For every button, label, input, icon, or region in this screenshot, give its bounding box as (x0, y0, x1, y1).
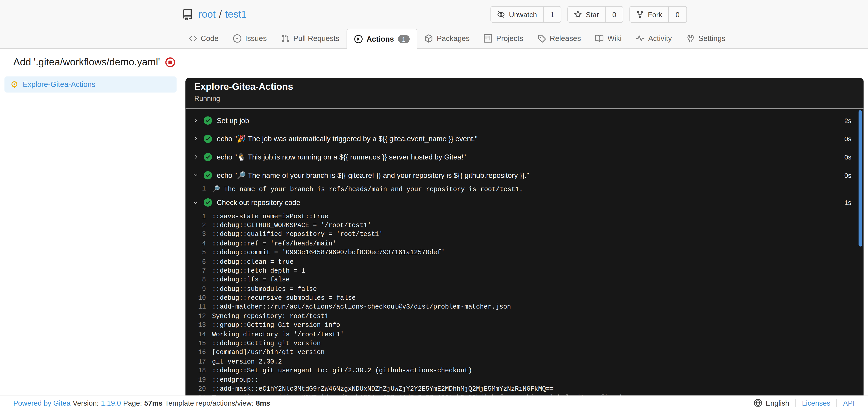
template-time-value: 8ms (256, 399, 270, 407)
log-line-number: 13 (185, 321, 206, 329)
log-line: 10::debug::recursive submodules = false (185, 294, 864, 303)
step-row[interactable]: Check out repository code1s (185, 194, 864, 212)
log-line-text: ::add-matcher::/run/act/actions/actions-… (212, 303, 511, 311)
button-main[interactable]: Fork (630, 6, 669, 22)
repo-icon (181, 8, 193, 20)
repo-owner-link[interactable]: root (198, 8, 216, 20)
log-line-number: 4 (185, 240, 206, 247)
job-title: Explore-Gitea-Actions (194, 81, 855, 93)
tab-pull-requests[interactable]: Pull Requests (274, 29, 347, 48)
repo-action-buttons: Unwatch1Star0Fork0 (491, 6, 687, 23)
log-line: 2::debug::GITHUB_WORKSPACE = '/root/test… (185, 221, 864, 230)
job-link[interactable]: Explore-Gitea-Actions (23, 80, 95, 89)
step-duration: 0s (844, 172, 851, 179)
button-main[interactable]: Star (568, 6, 605, 22)
log-line-text: Working directory is '/root/test1' (212, 330, 344, 338)
tab-actions[interactable]: Actions1 (346, 29, 417, 49)
log-line-number: 6 (185, 258, 206, 266)
star-button[interactable]: Star0 (567, 6, 624, 23)
page-time-label: Page: (123, 399, 142, 407)
fork-button[interactable]: Fork0 (629, 6, 687, 23)
log-line: 8::debug::lfs = false (185, 275, 864, 284)
version-link[interactable]: 1.19.0 (101, 399, 121, 407)
powered-by-link[interactable]: Powered by Gitea (13, 399, 70, 407)
log-line: 19::endgroup:: (185, 375, 864, 384)
log-scrollbar-thumb[interactable] (859, 110, 862, 246)
tab-packages[interactable]: Packages (417, 29, 477, 48)
log-line: 9::debug::submodules = false (185, 285, 864, 294)
chevron-right-icon (193, 136, 198, 142)
log-line-text: ::save-state name=isPost::true (212, 212, 329, 220)
tab-label: Code (201, 34, 219, 43)
tab-label: Wiki (608, 34, 621, 43)
log-line-text: ::debug::Set git useragent to: git/2.30.… (212, 367, 472, 375)
log-line: 5::debug::commit = '0993c16458796907bcf8… (185, 248, 864, 257)
log-line-text: ::debug::commit = '0993c16458796907bcf83… (212, 249, 445, 257)
step-duration: 2s (844, 117, 851, 124)
book-icon (595, 34, 604, 43)
eye-slash-icon (497, 11, 505, 18)
log-line-number: 7 (185, 267, 206, 274)
log-line: 18::debug::Set git useragent to: git/2.3… (185, 366, 864, 375)
language-selector[interactable]: English (766, 399, 789, 407)
job-log-panel: Explore-Gitea-Actions Running Set up job… (185, 78, 864, 396)
log-line-text: ::debug::Getting git version (212, 340, 321, 347)
check-circle-icon (204, 171, 212, 180)
button-main[interactable]: Unwatch (491, 6, 543, 22)
log-line: 21Temporarily overriding HOME='/tmp/8eab… (185, 393, 864, 396)
play-circle-icon (354, 35, 363, 43)
job-item-explore-gitea-actions[interactable]: Explore-Gitea-Actions (4, 77, 177, 92)
tab-badge: 1 (398, 35, 410, 43)
step-row[interactable]: echo "🎉 The job was automatically trigge… (185, 129, 864, 148)
tab-label: Releases (550, 34, 581, 43)
button-label: Unwatch (509, 10, 537, 19)
step-title: echo "🐧 This job is now running on a ${{… (217, 153, 844, 161)
api-link[interactable]: API (843, 399, 855, 407)
log-line-text: ::debug::submodules = false (212, 285, 317, 293)
log-line: 13::group::Getting Git version info (185, 321, 864, 330)
step-row[interactable]: echo "🐧 This job is now running on a ${{… (185, 148, 864, 166)
tab-activity[interactable]: Activity (629, 29, 679, 48)
step-title: echo "🔎 The name of your branch is ${{ g… (217, 171, 844, 180)
unwatch-count[interactable]: 1 (543, 6, 561, 22)
log-line-number: 12 (185, 313, 206, 320)
star-count[interactable]: 0 (605, 6, 623, 22)
tab-wiki[interactable]: Wiki (588, 29, 629, 48)
step-row[interactable]: echo "🔎 The name of your branch is ${{ g… (185, 166, 864, 184)
log-line-text: ::debug::ref = 'refs/heads/main' (212, 240, 336, 247)
tab-releases[interactable]: Releases (530, 29, 588, 48)
tab-issues[interactable]: Issues (226, 29, 274, 48)
check-circle-icon (204, 135, 212, 143)
version-label: Version: (73, 399, 99, 407)
tab-settings[interactable]: Settings (679, 29, 733, 48)
check-circle-icon (204, 116, 212, 125)
log-line-text: ::add-mask::eC1hY2Nlc3MtdG9rZW46NzgxNDUx… (212, 385, 554, 393)
log-line: 4::debug::ref = 'refs/heads/main' (185, 239, 864, 248)
licenses-link[interactable]: Licenses (802, 399, 831, 407)
step-row[interactable]: Set up job2s (185, 111, 864, 129)
log-line-number: 8 (185, 276, 206, 284)
log-line-number: 9 (185, 285, 206, 293)
globe-icon (754, 399, 762, 407)
tab-projects[interactable]: Projects (477, 29, 530, 48)
log-line: 3::debug::qualified repository = 'root/t… (185, 230, 864, 239)
log-line-text: ::debug::lfs = false (212, 276, 290, 284)
run-title: Add '.gitea/workflows/demo.yaml' (13, 57, 160, 68)
job-steps: Set up job2secho "🎉 The job was automati… (185, 109, 864, 396)
repo-name-link[interactable]: test1 (225, 8, 247, 20)
fork-count[interactable]: 0 (669, 6, 686, 22)
log-line-text: ::debug::GITHUB_WORKSPACE = '/root/test1… (212, 222, 371, 229)
fork-icon (636, 11, 644, 18)
log-line-text: Syncing repository: root/test1 (212, 313, 329, 320)
stop-run-icon[interactable] (165, 57, 176, 68)
tab-label: Activity (648, 34, 672, 43)
package-icon (425, 34, 433, 43)
button-label: Fork (648, 10, 662, 19)
tab-label: Projects (496, 34, 523, 43)
unwatch-button[interactable]: Unwatch1 (491, 6, 561, 23)
pulse-icon (636, 34, 645, 43)
check-circle-icon (204, 199, 212, 207)
log-line-text: git version 2.30.2 (212, 358, 282, 366)
repo-tabs: CodeIssuesPull RequestsActions1PackagesP… (181, 29, 687, 48)
tab-code[interactable]: Code (181, 29, 226, 48)
